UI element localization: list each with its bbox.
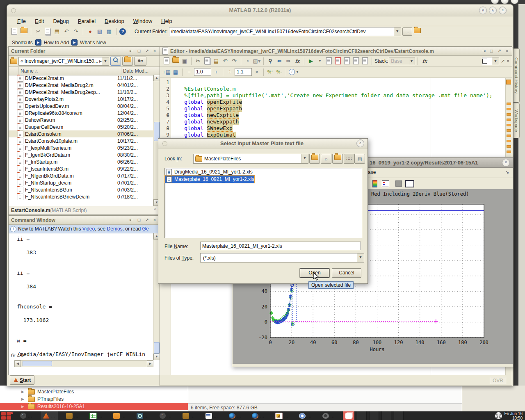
- plot-tools-icon[interactable]: [405, 180, 414, 187]
- file-name-input[interactable]: [200, 242, 361, 250]
- clock[interactable]: Fri Jun 16 10:50: [495, 411, 523, 420]
- maximize-panel-icon[interactable]: □: [489, 48, 494, 54]
- file-row[interactable]: DpertsUploadDev.m08/04/2...: [9, 103, 153, 110]
- chevron-down-icon[interactable]: ▼: [102, 57, 109, 65]
- start-button[interactable]: Start: [10, 375, 34, 385]
- divide-value-icon[interactable]: ÷: [226, 68, 234, 76]
- expand-arrow-icon[interactable]: ▶: [21, 397, 25, 401]
- current-folder-header[interactable]: Current Folder ⇤ □ ↗ ×: [9, 47, 160, 56]
- open-icon[interactable]: [171, 57, 180, 65]
- insert-cell-icon[interactable]: +▦: [162, 68, 171, 76]
- look-in-combobox[interactable]: MasterPlateFiles ▼: [193, 154, 308, 164]
- command-output[interactable]: ii = 383 ii = 384 fhconsole = 173.1062 w…: [9, 233, 160, 358]
- close-panel-icon[interactable]: ×: [152, 217, 157, 223]
- run-icon[interactable]: ▶: [307, 57, 315, 65]
- save-icon[interactable]: ▣: [180, 57, 189, 65]
- legend-icon[interactable]: [382, 180, 389, 187]
- chevron-down-icon[interactable]: ▼: [357, 253, 364, 262]
- step-in-icon[interactable]: [352, 57, 360, 65]
- redo-icon[interactable]: ↷: [72, 28, 80, 35]
- tab-workspace[interactable]: Workspace: [513, 103, 520, 138]
- decrease-value-icon[interactable]: −: [185, 68, 193, 76]
- file-row[interactable]: F_IexpMultiTseries.m05/23/2...: [9, 144, 153, 151]
- command-window-header[interactable]: Command Window ⇤ □ ↗ ×: [9, 216, 160, 225]
- video-link[interactable]: Video: [82, 226, 95, 232]
- code-line[interactable]: global ExpOutmat: [171, 132, 511, 138]
- step-out-icon[interactable]: [361, 57, 369, 65]
- dock-icon[interactable]: ⇤: [129, 217, 134, 223]
- rotate-icon[interactable]: [395, 180, 402, 187]
- colorbar-icon[interactable]: [372, 180, 377, 187]
- clear-breakpoints-icon[interactable]: [334, 57, 342, 65]
- demos-link[interactable]: Demos: [107, 226, 123, 232]
- dialog-file-row[interactable]: Masterplate_16_0921_MI_yor1-2.xls: [165, 176, 254, 183]
- taskbar-image-viewer[interactable]: [343, 411, 354, 420]
- current-folder-combobox[interactable]: /media/data/EASY/InovImager_jwrCF_WINLin…: [169, 27, 401, 36]
- file-row[interactable]: DMPexcel2mat_MediaDrug2exp...11/10/2...: [9, 89, 153, 96]
- code-line[interactable]: global openExppath: [171, 105, 511, 112]
- expand-arrow-icon[interactable]: ▶: [21, 404, 25, 409]
- maximize-panel-icon[interactable]: □: [137, 48, 142, 54]
- copy-icon[interactable]: [43, 28, 52, 35]
- menu-help[interactable]: Help: [157, 17, 177, 25]
- search-button[interactable]: [110, 57, 121, 66]
- file-details-footer[interactable]: EstartConsole.m (MATLAB Script) ⌃: [9, 206, 160, 215]
- taskbar-folder[interactable]: ...: [180, 411, 198, 420]
- undock-editor-icon[interactable]: ↗: [501, 58, 505, 64]
- code-line[interactable]: %EstartConsole.m: [171, 86, 511, 92]
- browse-folder-button[interactable]: ...: [402, 27, 412, 36]
- taskbar-terminal[interactable]: ...: [18, 411, 35, 420]
- up-one-level-button[interactable]: [122, 57, 133, 66]
- dialog-close-button[interactable]: ×: [356, 139, 364, 147]
- file-row[interactable]: DMPexcel2mat.m11/11/2...: [9, 75, 153, 82]
- taskbar-matlab[interactable]: ...: [41, 411, 58, 420]
- profiler-icon[interactable]: ▩: [105, 28, 113, 35]
- code-line[interactable]: global newExppath: [171, 119, 511, 125]
- run-options-icon[interactable]: ▼: [316, 57, 324, 65]
- folder-row[interactable]: ▶Results2016-10-25A1: [0, 403, 188, 410]
- code-line[interactable]: global newExpfile: [171, 112, 511, 119]
- files-of-type-combobox[interactable]: (*.xls) ▼: [200, 253, 364, 262]
- folder-row[interactable]: ▶MasterPlateFiles: [0, 388, 188, 395]
- up-folder-icon[interactable]: [413, 28, 422, 35]
- taskbar-search-document[interactable]: ...: [134, 411, 152, 420]
- taskbar-folder2[interactable]: ...: [111, 411, 128, 420]
- paste-icon[interactable]: ▤: [212, 57, 220, 65]
- grid-view-button[interactable]: ∷∷: [344, 154, 354, 164]
- taskbar-disc[interactable]: ...: [297, 411, 314, 420]
- undock-icon[interactable]: ↗: [144, 48, 149, 54]
- code-line[interactable]: [171, 79, 511, 86]
- file-row[interactable]: F_NImStartup_dev.m07/01/2...: [9, 179, 153, 186]
- file-row[interactable]: EstartConsole10plate.m10/17/2...: [9, 137, 153, 144]
- title-bar[interactable]: MATLAB 7.12.0 (R2011a) ∨ ∧ ×: [7, 5, 513, 16]
- taskbar-document[interactable]: ...: [203, 411, 221, 420]
- cell-info-icon[interactable]: i: [289, 69, 295, 75]
- file-row[interactable]: EstartConsole.m07/06/2...: [9, 130, 153, 137]
- home-button[interactable]: ⌂: [321, 154, 331, 164]
- close-panel-icon[interactable]: ×: [152, 48, 157, 54]
- dock-icon[interactable]: ⇤: [129, 48, 134, 54]
- taskbar-writer-document[interactable]: ...: [273, 411, 291, 420]
- list-view-button[interactable]: ▤: [354, 154, 365, 164]
- cut-icon[interactable]: ✂: [194, 57, 202, 65]
- file-row[interactable]: F_IgenBkGrdData.m08/30/2...: [9, 151, 153, 158]
- figure-close-button[interactable]: ×: [502, 159, 510, 167]
- getting-started-link[interactable]: Ge: [142, 226, 149, 232]
- address-combobox[interactable]: « InovImager_jwrCF_WINLinx150... ▶ ▼: [18, 57, 109, 66]
- date-column-header[interactable]: Date Mod...: [121, 67, 148, 75]
- file-row[interactable]: DoverlayPlots2.m10/17/2...: [9, 96, 153, 103]
- background-window-minimize-button[interactable]: [491, 0, 499, 4]
- icon-column-header[interactable]: [9, 67, 19, 75]
- fx-toolbar-icon[interactable]: fx: [420, 57, 429, 65]
- menu-window[interactable]: Window: [129, 17, 157, 25]
- new-folder-button[interactable]: [332, 154, 343, 164]
- tab-command-history[interactable]: Command History: [513, 48, 520, 103]
- cell-options-icon[interactable]: ▦: [171, 68, 180, 76]
- code-line[interactable]: global openExpfile: [171, 99, 511, 105]
- find-icon[interactable]: ⚲: [266, 57, 274, 65]
- warning-summary-icon[interactable]: [506, 80, 511, 84]
- menu-desktop[interactable]: Desktop: [100, 17, 129, 25]
- cancel-button[interactable]: Cancel: [332, 268, 361, 278]
- close-button[interactable]: ×: [499, 7, 507, 14]
- workspace-switcher-icon[interactable]: [1, 412, 12, 420]
